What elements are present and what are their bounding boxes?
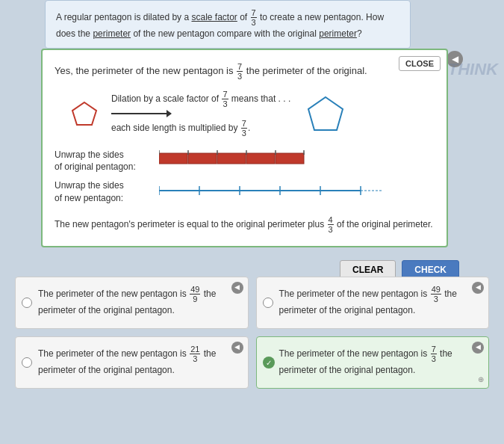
- audio-icon-b[interactable]: ◀: [472, 282, 484, 294]
- radio-b[interactable]: [263, 297, 273, 308]
- radio-a[interactable]: [22, 297, 32, 308]
- unwrap-row-original: Unwrap the sidesof original pentagon:: [55, 149, 435, 174]
- multiply-text: each side length is multiplied by 73.: [111, 119, 290, 138]
- unwrap-section: Unwrap the sidesof original pentagon:: [55, 149, 435, 205]
- audio-icon-a[interactable]: ◀: [231, 282, 243, 294]
- small-pentagon: [69, 99, 99, 128]
- original-bar-svg: [159, 149, 323, 171]
- unwrap-row-new: Unwrap the sidesof new pentagon:: [55, 179, 435, 205]
- dilation-diagram: Dilation by a scale factor of 73 means t…: [55, 90, 435, 138]
- dilation-label: Dilation by a scale factor of 73 means t…: [111, 90, 290, 108]
- svg-rect-3: [188, 153, 217, 164]
- svg-rect-5: [246, 153, 275, 164]
- answer-card-b[interactable]: ◀ The perimeter of the new pentagon is 4…: [256, 277, 490, 329]
- large-pentagon: [305, 94, 346, 133]
- audio-icon-main[interactable]: ◀: [447, 51, 463, 67]
- svg-rect-4: [217, 153, 246, 164]
- checkmark-d: ✓: [263, 357, 275, 369]
- answers-grid: ◀ The perimeter of the new pentagon is 4…: [7, 277, 497, 389]
- audio-icon-c[interactable]: ◀: [231, 342, 243, 354]
- svg-marker-0: [72, 102, 96, 125]
- bar-new-container: [159, 183, 383, 200]
- expand-icon-d[interactable]: ⊕: [478, 374, 484, 385]
- arrow-line: [111, 113, 290, 114]
- question-text: A regular pentagon is dilated by a scale…: [56, 12, 384, 39]
- audio-icon-d[interactable]: ◀: [472, 342, 484, 354]
- close-button[interactable]: CLOSE: [399, 56, 441, 71]
- radio-c[interactable]: [22, 357, 32, 368]
- answer-c-text: The perimeter of the new pentagon is 213…: [38, 348, 216, 375]
- answer-a-text: The perimeter of the new pentagon is 499…: [38, 289, 216, 315]
- new-bar-svg: [159, 183, 383, 198]
- answer-confirmation: Yes, the perimeter of the new pentagon i…: [55, 62, 435, 81]
- svg-marker-1: [308, 97, 343, 130]
- answer-card-d[interactable]: ✓ ◀ The perimeter of the new pentagon is…: [256, 336, 490, 389]
- answer-card-a[interactable]: ◀ The perimeter of the new pentagon is 4…: [15, 277, 249, 329]
- answer-d-text: The perimeter of the new pentagon is 73 …: [279, 348, 452, 375]
- svg-rect-2: [159, 153, 187, 164]
- bar-original-container: [159, 149, 323, 173]
- answer-b-text: The perimeter of the new pentagon is 493…: [279, 289, 457, 315]
- question-card: A regular pentagon is dilated by a scale…: [45, 0, 411, 49]
- unwrap-label-original: Unwrap the sidesof original pentagon:: [55, 149, 159, 174]
- dilation-text-block: Dilation by a scale factor of 73 means t…: [111, 90, 290, 138]
- answer-card-c[interactable]: ◀ The perimeter of the new pentagon is 2…: [15, 336, 249, 389]
- final-text: The new pentagon's perimeter is equal to…: [55, 215, 435, 234]
- svg-rect-6: [276, 153, 304, 164]
- unwrap-label-new: Unwrap the sidesof new pentagon:: [55, 179, 159, 205]
- explanation-panel: CLOSE Yes, the perimeter of the new pent…: [41, 49, 448, 247]
